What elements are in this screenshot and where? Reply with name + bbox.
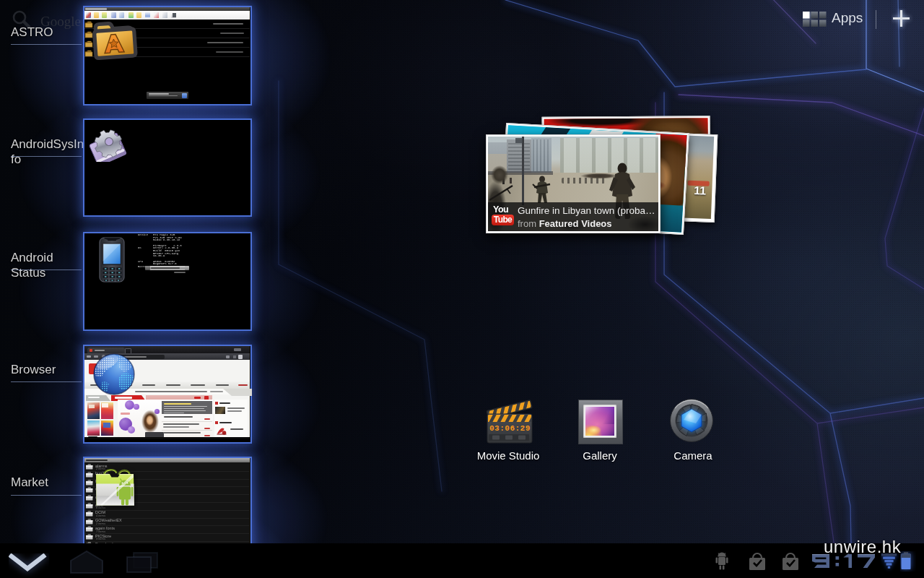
svg-text:03:06:29: 03:06:29 [489, 424, 531, 433]
